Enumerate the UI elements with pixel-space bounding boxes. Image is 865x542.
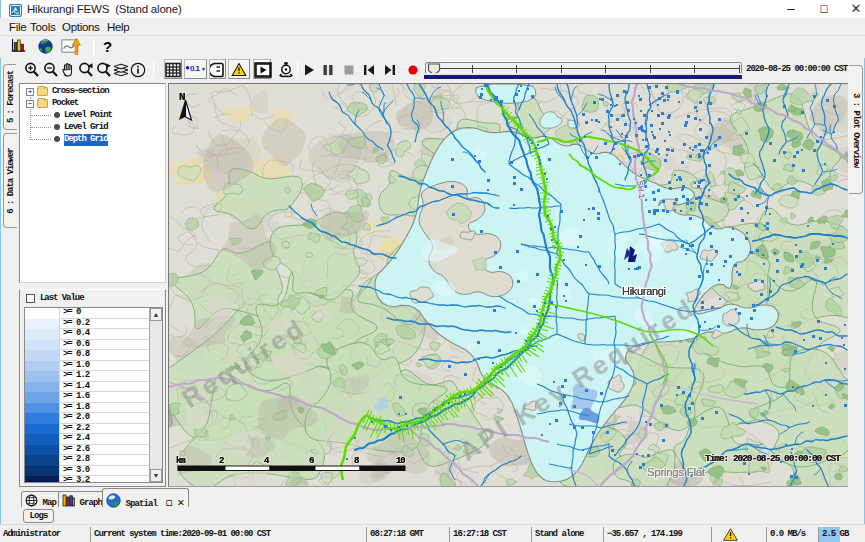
svg-text:Time: 2020-08-25 00:00:00 CST: Time: 2020-08-25 00:00:00 CST (705, 453, 841, 464)
svg-text:N: N (179, 91, 185, 103)
svg-text:6: 6 (309, 456, 314, 466)
svg-text:10: 10 (396, 456, 405, 466)
svg-text:Hikurangi: Hikurangi (622, 285, 666, 297)
svg-text:Springs Flat: Springs Flat (647, 466, 706, 478)
svg-text:2: 2 (219, 456, 224, 466)
svg-text:8: 8 (354, 456, 359, 466)
